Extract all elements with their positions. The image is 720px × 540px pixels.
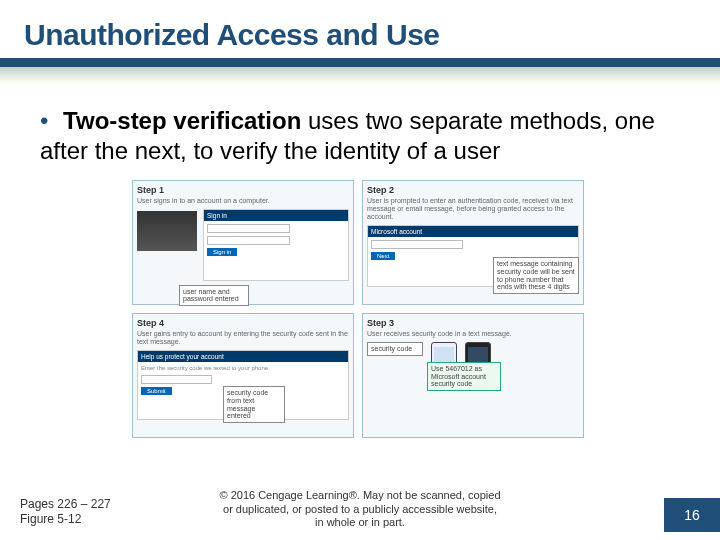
next-button: Next bbox=[371, 252, 395, 260]
security-code-field bbox=[141, 375, 212, 384]
copyright-line2: or duplicated, or posted to a publicly a… bbox=[140, 503, 580, 517]
callout-step3a: security code bbox=[367, 342, 423, 356]
figure-step-4: Step 4 User gains entry to account by en… bbox=[132, 313, 354, 438]
bullet-paragraph: • Two-step verification uses two separat… bbox=[0, 84, 720, 170]
step-desc: User signs in to an account on a compute… bbox=[137, 197, 349, 205]
slide-number-badge: 16 bbox=[664, 498, 720, 532]
copyright-line3: in whole or in part. bbox=[140, 516, 580, 530]
signin-button: Sign in bbox=[207, 248, 237, 256]
copyright-line1: © 2016 Cengage Learning®. May not be sca… bbox=[140, 489, 580, 503]
signin-panel-header: Sign in bbox=[204, 210, 348, 221]
callout-step3b: Use 5467012 as Microsoft account securit… bbox=[427, 362, 501, 391]
account-panel-header: Microsoft account bbox=[368, 226, 578, 237]
console-image bbox=[137, 211, 197, 251]
username-field bbox=[207, 224, 290, 233]
protect-panel-header: Help us protect your account bbox=[138, 351, 348, 362]
figure-step-2: Step 2 User is prompted to enter an auth… bbox=[362, 180, 584, 305]
step-label: Step 2 bbox=[367, 185, 579, 195]
slide-title: Unauthorized Access and Use bbox=[24, 18, 696, 52]
figure-two-step-verification: Step 1 User signs in to an account on a … bbox=[130, 178, 590, 448]
step-desc: User is prompted to enter an authenticat… bbox=[367, 197, 579, 221]
bullet-term: Two-step verification bbox=[63, 107, 301, 134]
submit-button: Submit bbox=[141, 387, 172, 395]
step-desc: User receives security code in a text me… bbox=[367, 330, 579, 338]
slide-title-block: Unauthorized Access and Use bbox=[0, 0, 720, 52]
footer-copyright: © 2016 Cengage Learning®. May not be sca… bbox=[0, 489, 720, 530]
callout-step4: security code from text message entered bbox=[223, 386, 285, 423]
step-label: Step 3 bbox=[367, 318, 579, 328]
password-field bbox=[207, 236, 290, 245]
step-desc: User gains entry to account by entering … bbox=[137, 330, 349, 346]
callout-step1: user name and password entered bbox=[179, 285, 249, 306]
callout-step2: text message containing security code wi… bbox=[493, 257, 579, 294]
slide-number: 16 bbox=[684, 507, 700, 523]
figure-step-1: Step 1 User signs in to an account on a … bbox=[132, 180, 354, 305]
bullet-dot: • bbox=[40, 107, 48, 134]
code-field bbox=[371, 240, 463, 249]
step-label: Step 4 bbox=[137, 318, 349, 328]
step-label: Step 1 bbox=[137, 185, 349, 195]
title-divider-bar bbox=[0, 58, 720, 84]
figure-step-3: Step 3 User receives security code in a … bbox=[362, 313, 584, 438]
